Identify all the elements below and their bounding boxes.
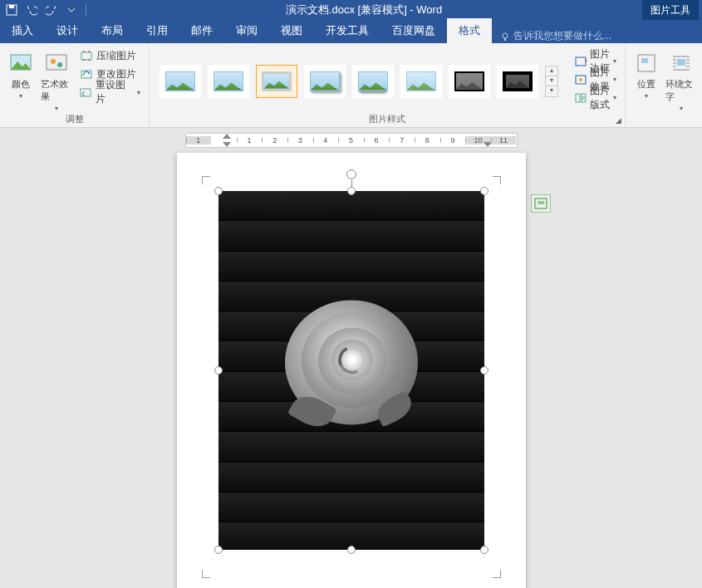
style-thumb-8[interactable] xyxy=(497,65,538,98)
rotate-handle[interactable] xyxy=(346,169,356,179)
tab-review[interactable]: 审阅 xyxy=(224,18,269,43)
style-thumb-6[interactable] xyxy=(400,65,442,98)
tab-format[interactable]: 格式 xyxy=(447,18,492,43)
svg-rect-5 xyxy=(47,55,66,70)
compress-picture-button[interactable]: 压缩图片 xyxy=(76,47,144,65)
style-thumb-1[interactable] xyxy=(160,65,201,98)
workspace: 1 1 2 3 4 5 6 7 8 9 10 11 xyxy=(0,128,702,588)
reset-picture-button[interactable]: 重设图片 ▾ xyxy=(76,83,144,101)
resize-handle-r[interactable] xyxy=(480,366,488,375)
compress-icon xyxy=(80,49,93,62)
style-thumb-4[interactable] xyxy=(304,65,346,98)
layout-icon xyxy=(575,91,587,105)
color-button[interactable]: 颜色 ▾ xyxy=(5,47,37,100)
style-thumb-7[interactable] xyxy=(449,65,490,98)
horizontal-ruler[interactable]: 1 1 2 3 4 5 6 7 8 9 10 11 xyxy=(185,133,518,148)
layout-options-button[interactable] xyxy=(531,194,551,213)
resize-handle-b[interactable] xyxy=(347,546,356,554)
tell-me-placeholder: 告诉我您想要做什么... xyxy=(513,29,611,43)
tab-baidu[interactable]: 百度网盘 xyxy=(380,18,447,43)
titlebar: 演示文档.docx [兼容模式] - Word 图片工具 xyxy=(0,0,702,20)
gallery-scroll-down[interactable]: ▾ xyxy=(546,76,557,86)
resize-handle-t[interactable] xyxy=(347,187,356,195)
ribbon-tabs: 插入 设计 布局 引用 邮件 审阅 视图 开发工具 百度网盘 格式 告诉我您想要… xyxy=(0,20,702,43)
undo-icon[interactable] xyxy=(23,2,40,18)
save-icon[interactable] xyxy=(3,2,20,18)
svg-rect-21 xyxy=(538,201,544,204)
tab-layout[interactable]: 布局 xyxy=(90,18,135,43)
svg-point-6 xyxy=(51,59,56,64)
resize-handle-tl[interactable] xyxy=(214,187,223,195)
style-thumb-3[interactable] xyxy=(256,65,297,98)
rose-graphic xyxy=(285,296,418,429)
svg-rect-14 xyxy=(576,94,580,102)
tab-view[interactable]: 视图 xyxy=(269,18,314,43)
border-icon xyxy=(575,55,587,68)
svg-point-2 xyxy=(503,33,508,38)
style-thumb-2[interactable] xyxy=(208,65,249,98)
chevron-down-icon: ▾ xyxy=(645,92,648,100)
right-indent-marker[interactable] xyxy=(484,142,492,147)
hanging-indent-marker[interactable] xyxy=(223,142,231,147)
svg-rect-11 xyxy=(576,57,586,66)
selected-image[interactable] xyxy=(218,191,484,550)
redo-icon[interactable] xyxy=(43,2,60,18)
chevron-down-icon: ▾ xyxy=(137,89,140,96)
style-gallery: ▴ ▾ ▾ xyxy=(155,61,563,98)
position-icon xyxy=(633,50,660,76)
image-content xyxy=(218,191,484,550)
qat-more-icon[interactable] xyxy=(63,2,80,18)
tab-developer[interactable]: 开发工具 xyxy=(314,18,380,43)
svg-point-13 xyxy=(579,78,582,81)
reset-icon xyxy=(80,86,92,99)
style-thumb-5[interactable] xyxy=(352,65,394,98)
resize-handle-tr[interactable] xyxy=(480,187,488,195)
dialog-launcher-icon[interactable]: ◢ xyxy=(613,115,623,125)
gallery-more[interactable]: ▾ xyxy=(546,86,557,96)
first-line-indent-marker[interactable] xyxy=(223,134,231,139)
document-page xyxy=(177,153,526,588)
svg-rect-8 xyxy=(81,52,91,60)
chevron-down-icon: ▾ xyxy=(680,105,683,112)
svg-point-7 xyxy=(57,62,62,67)
svg-rect-10 xyxy=(81,89,91,96)
tab-design[interactable]: 设计 xyxy=(45,18,90,43)
margin-mark-br xyxy=(489,566,501,578)
margin-mark-tr xyxy=(489,176,501,188)
color-icon xyxy=(7,50,34,76)
gallery-scroll-up[interactable]: ▴ xyxy=(546,66,557,76)
wrap-text-button[interactable]: 环绕文字 ▾ xyxy=(665,47,697,112)
group-picture-styles: ▴ ▾ ▾ 图片边框 ▾ 图片效果 ▾ 图片版式 xyxy=(150,43,626,127)
group-adjust: 颜色 ▾ 艺术效果 ▾ 压缩图片 更改图片 重设图片 xyxy=(0,43,150,127)
tab-insert[interactable]: 插入 xyxy=(0,18,45,43)
ribbon: 颜色 ▾ 艺术效果 ▾ 压缩图片 更改图片 重设图片 xyxy=(0,43,702,128)
group-label-adjust: 调整 xyxy=(5,112,144,125)
chevron-down-icon: ▾ xyxy=(613,94,616,101)
group-arrange: 位置 ▾ 环绕文字 ▾ xyxy=(626,43,702,127)
resize-handle-l[interactable] xyxy=(214,366,223,375)
artistic-effects-button[interactable]: 艺术效果 ▾ xyxy=(41,47,73,112)
svg-rect-15 xyxy=(582,94,586,97)
chevron-down-icon: ▾ xyxy=(613,57,616,65)
wrap-icon xyxy=(668,50,695,76)
margin-mark-tl xyxy=(202,176,214,188)
tab-mailings[interactable]: 邮件 xyxy=(179,18,224,43)
quick-access-toolbar xyxy=(3,2,89,18)
svg-rect-1 xyxy=(9,5,14,8)
resize-handle-br[interactable] xyxy=(480,546,488,554)
chevron-down-icon: ▾ xyxy=(613,76,616,83)
artistic-icon xyxy=(43,50,70,76)
svg-rect-19 xyxy=(677,59,685,66)
gallery-scroll: ▴ ▾ ▾ xyxy=(545,66,558,97)
change-icon xyxy=(80,67,93,81)
picture-layout-button[interactable]: 图片版式 ▾ xyxy=(572,89,620,107)
lightbulb-icon xyxy=(500,32,510,42)
tab-references[interactable]: 引用 xyxy=(135,18,179,43)
effects-icon xyxy=(575,73,587,86)
svg-rect-3 xyxy=(504,38,506,41)
tell-me-search[interactable]: 告诉我您想要做什么... xyxy=(492,29,620,43)
margin-mark-bl xyxy=(202,566,214,578)
resize-handle-bl[interactable] xyxy=(214,546,223,554)
position-button[interactable]: 位置 ▾ xyxy=(631,47,662,100)
svg-rect-16 xyxy=(582,99,586,102)
